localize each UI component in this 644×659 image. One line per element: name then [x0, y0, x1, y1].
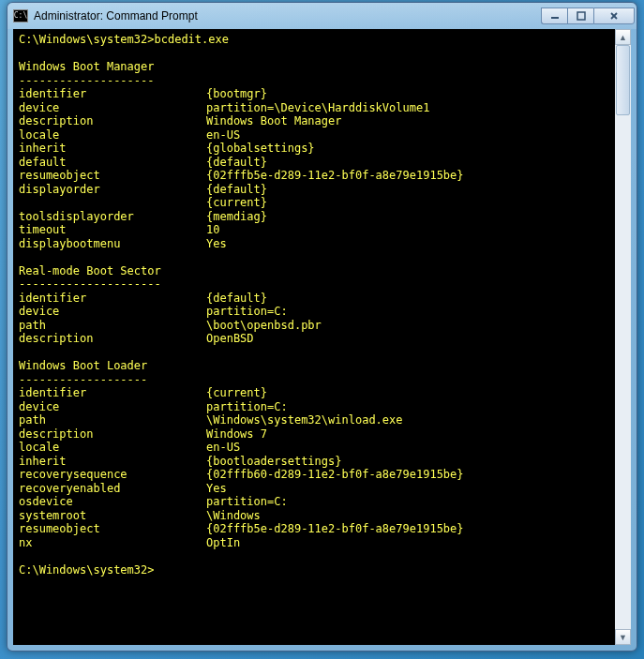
output-value: {current} — [206, 386, 267, 400]
console-output[interactable]: C:\Windows\system32>bcdedit.exe Windows … — [13, 29, 615, 645]
vertical-scrollbar[interactable]: ▲ ▼ — [615, 29, 631, 645]
client-area: C:\Windows\system32>bcdedit.exe Windows … — [13, 29, 631, 645]
output-value: Yes — [206, 482, 227, 496]
section-underline: -------------------- — [19, 74, 155, 87]
output-value: {02fffb5e-d289-11e2-bf0f-a8e79e1915be} — [206, 522, 464, 536]
minimize-button[interactable] — [541, 7, 567, 24]
output-row: descriptionOpenBSD — [19, 332, 609, 346]
output-row: osdevicepartition=C: — [19, 495, 609, 509]
output-value: {default} — [206, 292, 267, 306]
output-value: OptIn — [206, 536, 240, 550]
output-row: identifier{current} — [19, 386, 609, 400]
output-row: default{default} — [19, 156, 609, 170]
output-value: 10 — [206, 223, 219, 237]
section-title: Windows Boot Manager — [19, 60, 155, 73]
maximize-button[interactable] — [567, 7, 593, 24]
output-value: Windows Boot Manager — [206, 114, 342, 128]
output-key: inherit — [19, 455, 206, 469]
svg-rect-1 — [577, 12, 585, 20]
output-key: identifier — [19, 386, 206, 400]
output-row: nxOptIn — [19, 536, 609, 550]
output-key: identifier — [19, 87, 206, 101]
output-row: inherit{bootloadersettings} — [19, 455, 609, 469]
output-key: device — [19, 305, 206, 319]
output-key: osdevice — [19, 495, 206, 509]
output-key: inherit — [19, 142, 206, 156]
output-row: inherit{globalsettings} — [19, 142, 609, 156]
output-row: systemroot\Windows — [19, 509, 609, 523]
output-value: {bootloadersettings} — [206, 455, 342, 469]
command-prompt-window: C:\ Administrator: Command Prompt C:\Win… — [7, 2, 637, 652]
window-controls — [541, 7, 635, 24]
output-value: {02fffb5e-d289-11e2-bf0f-a8e79e1915be} — [206, 169, 464, 183]
output-value: {default} — [206, 156, 267, 170]
scroll-up-button[interactable]: ▲ — [615, 29, 631, 45]
prompt-path: C:\Windows\system32> — [19, 563, 155, 577]
output-key: displayorder — [19, 183, 206, 197]
output-value: partition=C: — [206, 305, 288, 319]
output-value: en-US — [206, 441, 240, 455]
close-button[interactable] — [593, 7, 635, 24]
output-key: locale — [19, 128, 206, 142]
output-value: partition=\Device\HarddiskVolume1 — [206, 101, 429, 115]
output-key: description — [19, 332, 206, 346]
output-value: {02fffb60-d289-11e2-bf0f-a8e79e1915be} — [206, 468, 464, 482]
output-row: localeen-US — [19, 128, 609, 142]
output-key: displaybootmenu — [19, 237, 206, 251]
prompt-path: C:\Windows\system32> — [19, 33, 155, 46]
output-key: path — [19, 413, 206, 427]
output-value: \boot\openbsd.pbr — [206, 319, 322, 333]
output-value: {memdiag} — [206, 210, 267, 224]
output-row: path\boot\openbsd.pbr — [19, 319, 609, 333]
titlebar[interactable]: C:\ Administrator: Command Prompt — [7, 3, 637, 29]
scroll-down-button[interactable]: ▼ — [615, 629, 631, 645]
output-row: descriptionWindows 7 — [19, 427, 609, 442]
section-underline: ------------------- — [19, 373, 147, 386]
output-key: default — [19, 156, 206, 170]
output-row: path\Windows\system32\winload.exe — [19, 413, 609, 427]
output-key: path — [19, 319, 206, 333]
output-key: toolsdisplayorder — [19, 210, 206, 224]
output-key: resumeobject — [19, 169, 206, 183]
output-row: localeen-US — [19, 441, 609, 455]
output-value: {current} — [206, 196, 267, 210]
output-value: \Windows\system32\winload.exe — [206, 413, 403, 427]
output-key: recoveryenabled — [19, 482, 206, 496]
output-value: en-US — [206, 128, 240, 142]
output-row: resumeobject{02fffb5e-d289-11e2-bf0f-a8e… — [19, 169, 609, 183]
output-row: recoveryenabledYes — [19, 482, 609, 496]
output-row: devicepartition=C: — [19, 305, 609, 319]
output-key: identifier — [19, 292, 206, 306]
window-title: Administrator: Command Prompt — [34, 9, 541, 22]
output-key: description — [19, 427, 206, 442]
app-icon: C:\ — [13, 9, 28, 22]
output-value: partition=C: — [206, 400, 288, 414]
section-underline: --------------------- — [19, 277, 161, 291]
output-key: description — [19, 114, 206, 128]
output-row: identifier{default} — [19, 292, 609, 306]
output-row: timeout10 — [19, 223, 609, 237]
output-key: locale — [19, 441, 206, 455]
output-value: Yes — [206, 237, 227, 251]
output-row: {current} — [19, 196, 609, 210]
output-key: recoverysequence — [19, 468, 206, 482]
output-value: partition=C: — [206, 495, 288, 509]
output-key: device — [19, 400, 206, 414]
scroll-track[interactable] — [615, 45, 631, 629]
output-row: devicepartition=\Device\HarddiskVolume1 — [19, 101, 609, 115]
output-value: \Windows — [206, 509, 261, 523]
section-title: Windows Boot Loader — [19, 359, 147, 372]
output-row: recoverysequence{02fffb60-d289-11e2-bf0f… — [19, 468, 609, 482]
output-row: toolsdisplayorder{memdiag} — [19, 210, 609, 224]
output-row: displaybootmenuYes — [19, 237, 609, 251]
output-row: identifier{bootmgr} — [19, 87, 609, 101]
output-row: resumeobject{02fffb5e-d289-11e2-bf0f-a8e… — [19, 522, 609, 536]
output-key: systemroot — [19, 509, 206, 523]
output-key: device — [19, 101, 206, 115]
output-key — [19, 196, 206, 210]
output-value: {bootmgr} — [206, 87, 267, 101]
output-key: resumeobject — [19, 522, 206, 536]
output-row: displayorder{default} — [19, 183, 609, 197]
section-title: Real-mode Boot Sector — [19, 264, 161, 277]
scroll-thumb[interactable] — [616, 45, 630, 115]
